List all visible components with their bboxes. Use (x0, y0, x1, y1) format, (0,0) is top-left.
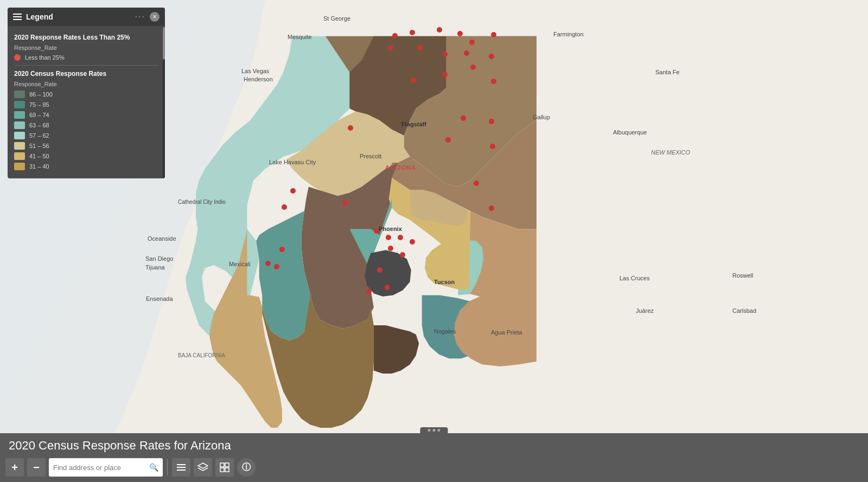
legend-color-75-85 (14, 101, 25, 108)
legend-item-63-68: 63 – 68 (14, 121, 158, 129)
zoom-in-button[interactable]: + (5, 458, 24, 477)
legend-item-69-74: 69 – 74 (14, 111, 158, 119)
legend-scroll-thumb[interactable] (163, 27, 165, 60)
legend-label-75-85: 75 – 85 (29, 101, 49, 108)
legend-header: Legend ··· × (8, 8, 165, 26)
legend-options-button[interactable]: ··· (135, 12, 145, 22)
svg-rect-1 (177, 464, 186, 465)
legend-label-86-100: 86 – 100 (29, 91, 53, 98)
legend-label-69-74: 69 – 74 (29, 112, 49, 118)
legend-item-41-50: 41 – 50 (14, 152, 158, 160)
legend-item-75-85: 75 – 85 (14, 101, 158, 108)
legend-label-63-68: 63 – 68 (29, 122, 49, 128)
toolbar-separator (167, 459, 168, 475)
legend-label-51-56: 51 – 56 (29, 143, 49, 149)
legend-dot-less25 (14, 54, 21, 61)
legend-item-51-56: 51 – 56 (14, 142, 158, 150)
legend-section-title-census: 2020 Census Response Rates (14, 70, 158, 78)
legend-color-69-74 (14, 111, 25, 119)
collapse-handle[interactable] (420, 427, 448, 433)
legend-label-57-62: 57 – 62 (29, 132, 49, 139)
map-title: 2020 Census Response Rates for Arizona (0, 433, 868, 455)
legend-close-button[interactable]: × (150, 12, 159, 22)
legend-color-57-62 (14, 132, 25, 139)
map-container: St George Mesquite Las Vegas Henderson L… (0, 0, 868, 482)
svg-rect-8 (225, 468, 229, 472)
zoom-out-button[interactable]: − (27, 458, 46, 477)
legend-body: 2020 Response Rates Less Than 25% Respon… (8, 26, 165, 178)
legend-title: Legend (26, 12, 53, 21)
legend-scrollbar (163, 27, 165, 178)
search-box: 🔍 (49, 458, 163, 477)
legend-field-label-less25: Response_Rate (14, 44, 158, 51)
legend-color-63-68 (14, 121, 25, 129)
layers-button[interactable] (194, 458, 212, 477)
legend-color-31-40 (14, 163, 25, 170)
legend-color-41-50 (14, 152, 25, 160)
legend-item-86-100: 86 – 100 (14, 91, 158, 98)
legend-color-86-100 (14, 91, 25, 98)
legend-item-31-40: 31 – 40 (14, 163, 158, 170)
legend-menu-icon[interactable] (13, 14, 22, 20)
list-button[interactable] (172, 458, 190, 477)
grid-button[interactable] (215, 458, 234, 477)
legend-item-less25: Less than 25% (14, 54, 158, 61)
svg-rect-3 (177, 470, 186, 471)
svg-rect-7 (220, 468, 224, 472)
legend-divider (14, 65, 158, 66)
svg-marker-4 (198, 463, 208, 468)
legend-panel: Legend ··· × 2020 Response Rates Less Th… (8, 8, 165, 178)
legend-color-51-56 (14, 142, 25, 150)
grid-icon (220, 462, 229, 472)
legend-label-31-40: 31 – 40 (29, 163, 49, 170)
legend-section-title-less25: 2020 Response Rates Less Than 25% (14, 34, 158, 41)
search-icon[interactable]: 🔍 (149, 463, 158, 472)
info-button[interactable]: ⓘ (237, 458, 256, 477)
layers-icon (197, 462, 208, 472)
legend-item-label-less25: Less than 25% (25, 54, 65, 61)
legend-item-57-62: 57 – 62 (14, 132, 158, 139)
search-input[interactable] (53, 464, 146, 472)
list-icon (176, 462, 186, 472)
legend-field-label-census: Response_Rate (14, 81, 158, 87)
toolbar: + − 🔍 (0, 455, 868, 480)
svg-rect-5 (220, 463, 224, 467)
bottom-bar: 2020 Census Response Rates for Arizona +… (0, 433, 868, 482)
legend-label-41-50: 41 – 50 (29, 153, 49, 159)
svg-rect-2 (177, 467, 186, 468)
svg-rect-6 (225, 463, 229, 467)
